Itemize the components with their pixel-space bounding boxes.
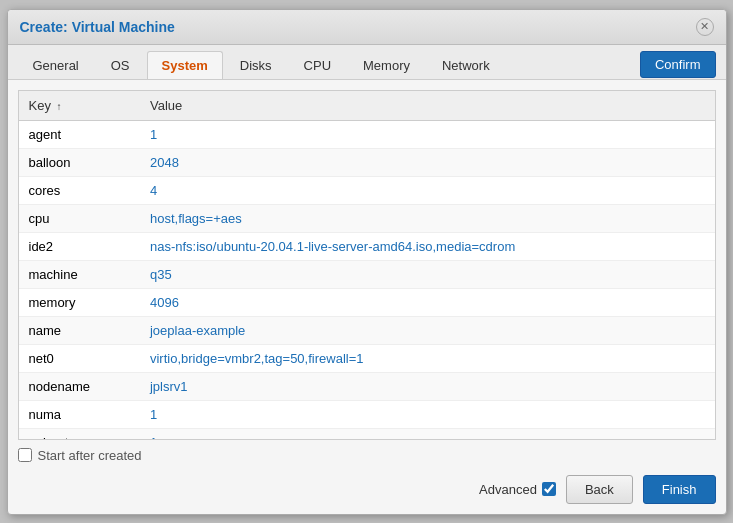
- advanced-text: Advanced: [479, 482, 537, 497]
- tab-memory[interactable]: Memory: [348, 51, 425, 79]
- back-button[interactable]: Back: [566, 475, 633, 504]
- value-cell: nas-nfs:iso/ubuntu-20.04.1-live-server-a…: [140, 232, 715, 260]
- key-cell: nodename: [19, 372, 140, 400]
- table-row: cpuhost,flags=+aes: [19, 204, 715, 232]
- table-row: cores4: [19, 176, 715, 204]
- tab-system[interactable]: System: [147, 51, 223, 79]
- tab-general[interactable]: General: [18, 51, 94, 79]
- advanced-label-container: Advanced: [479, 482, 556, 497]
- key-cell: balloon: [19, 148, 140, 176]
- value-cell: 1: [140, 428, 715, 440]
- key-cell: machine: [19, 260, 140, 288]
- col-value-header[interactable]: Value: [140, 91, 715, 121]
- title-bar: Create: Virtual Machine ✕: [8, 10, 726, 45]
- close-icon: ✕: [700, 20, 709, 33]
- key-cell: onboot: [19, 428, 140, 440]
- value-cell: 1: [140, 400, 715, 428]
- sort-asc-icon: ↑: [57, 101, 62, 112]
- start-after-created-checkbox[interactable]: [18, 448, 32, 462]
- content-area: Key ↑ Value agent1balloon2048cores4cpuho…: [8, 80, 726, 514]
- key-cell: cores: [19, 176, 140, 204]
- key-cell: cpu: [19, 204, 140, 232]
- value-cell: host,flags=+aes: [140, 204, 715, 232]
- config-table-container[interactable]: Key ↑ Value agent1balloon2048cores4cpuho…: [18, 90, 716, 440]
- key-cell: numa: [19, 400, 140, 428]
- create-vm-dialog: Create: Virtual Machine ✕ General OS Sys…: [7, 9, 727, 515]
- dialog-title: Create: Virtual Machine: [20, 19, 175, 35]
- close-button[interactable]: ✕: [696, 18, 714, 36]
- tab-cpu[interactable]: CPU: [289, 51, 346, 79]
- table-row: numa1: [19, 400, 715, 428]
- value-cell: 4: [140, 176, 715, 204]
- tab-bar: General OS System Disks CPU Memory Netwo…: [8, 45, 726, 80]
- table-row: namejoeplaa-example: [19, 316, 715, 344]
- table-row: onboot1: [19, 428, 715, 440]
- table-row: agent1: [19, 120, 715, 148]
- value-cell: 4096: [140, 288, 715, 316]
- table-row: ide2nas-nfs:iso/ubuntu-20.04.1-live-serv…: [19, 232, 715, 260]
- key-cell: net0: [19, 344, 140, 372]
- table-row: machineq35: [19, 260, 715, 288]
- start-after-created-label: Start after created: [38, 448, 142, 463]
- value-cell: 1: [140, 120, 715, 148]
- key-cell: ide2: [19, 232, 140, 260]
- table-row: nodenamejplsrv1: [19, 372, 715, 400]
- advanced-checkbox[interactable]: [542, 482, 556, 496]
- table-row: memory4096: [19, 288, 715, 316]
- value-cell: 2048: [140, 148, 715, 176]
- key-cell: name: [19, 316, 140, 344]
- table-header-row: Key ↑ Value: [19, 91, 715, 121]
- value-cell: virtio,bridge=vmbr2,tag=50,firewall=1: [140, 344, 715, 372]
- config-table: Key ↑ Value agent1balloon2048cores4cpuho…: [19, 91, 715, 440]
- key-cell: agent: [19, 120, 140, 148]
- tab-network[interactable]: Network: [427, 51, 505, 79]
- start-after-created-row: Start after created: [18, 440, 716, 467]
- finish-button[interactable]: Finish: [643, 475, 716, 504]
- confirm-button[interactable]: Confirm: [640, 51, 716, 78]
- value-cell: joeplaa-example: [140, 316, 715, 344]
- table-row: balloon2048: [19, 148, 715, 176]
- tab-os[interactable]: OS: [96, 51, 145, 79]
- key-cell: memory: [19, 288, 140, 316]
- footer-actions: Advanced Back Finish: [18, 467, 716, 504]
- value-cell: q35: [140, 260, 715, 288]
- table-row: net0virtio,bridge=vmbr2,tag=50,firewall=…: [19, 344, 715, 372]
- tab-disks[interactable]: Disks: [225, 51, 287, 79]
- col-key-header[interactable]: Key ↑: [19, 91, 140, 121]
- value-cell: jplsrv1: [140, 372, 715, 400]
